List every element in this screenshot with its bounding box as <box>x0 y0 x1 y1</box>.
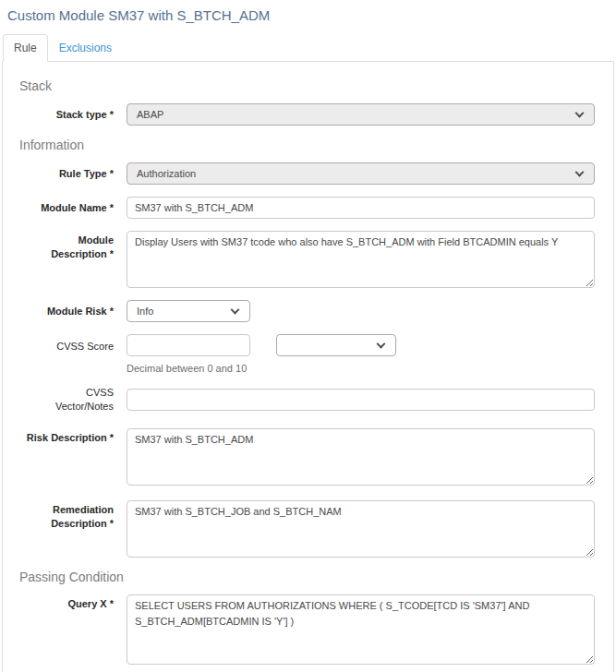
chevron-down-icon <box>575 109 585 118</box>
module-name-input[interactable] <box>127 197 595 219</box>
chevron-down-icon <box>377 340 386 349</box>
module-risk-selected-value: Info <box>137 306 153 317</box>
rule-type-row: Rule Type * Authorization <box>19 162 595 185</box>
risk-description-row: Risk Description * SM37 with S_BTCH_ADM <box>19 428 595 486</box>
cvss-score-row: CVSS Score Decimal between 0 and 10 <box>19 334 595 374</box>
section-heading-passing-condition: Passing Condition <box>19 570 595 584</box>
module-name-label: Module Name * <box>19 201 114 215</box>
module-risk-row: Module Risk * Info <box>19 300 595 322</box>
risk-description-textarea[interactable]: SM37 with S_BTCH_ADM <box>127 428 595 486</box>
tab-bar: Rule Exclusions <box>3 34 614 61</box>
cvss-score-controls: Decimal between 0 and 10 <box>127 334 595 374</box>
stack-type-select[interactable]: ABAP <box>127 103 595 126</box>
module-description-label: Module Description * <box>19 231 114 261</box>
rule-type-select[interactable]: Authorization <box>127 162 595 185</box>
stack-type-label: Stack type * <box>19 108 114 122</box>
stack-type-row: Stack type * ABAP <box>19 103 595 126</box>
module-description-row: Module Description * Display Users with … <box>19 231 595 288</box>
rule-tab-panel: Stack Stack type * ABAP Information Rule… <box>2 61 614 672</box>
remediation-description-textarea[interactable]: SM37 with S_BTCH_JOB and S_BTCH_NAM <box>127 500 595 558</box>
cvss-severity-select[interactable] <box>276 334 396 356</box>
remediation-description-row: Remediation Description * SM37 with S_BT… <box>19 500 595 558</box>
chevron-down-icon <box>575 168 585 177</box>
chevron-down-icon <box>231 306 240 315</box>
section-heading-information: Information <box>19 138 595 152</box>
remediation-description-label: Remediation Description * <box>19 500 114 531</box>
stack-type-selected-value: ABAP <box>137 109 163 120</box>
cvss-vector-label: CVSS Vector/Notes <box>19 386 114 414</box>
cvss-score-input[interactable] <box>127 334 250 356</box>
tab-rule[interactable]: Rule <box>3 34 48 62</box>
module-name-row: Module Name * <box>19 197 595 219</box>
module-risk-select[interactable]: Info <box>127 300 250 322</box>
section-heading-stack: Stack <box>19 78 595 93</box>
page: Custom Module SM37 with S_BTCH_ADM Rule … <box>0 0 616 672</box>
cvss-score-helper: Decimal between 0 and 10 <box>127 363 595 374</box>
cvss-vector-input[interactable] <box>127 389 595 411</box>
module-risk-label: Module Risk * <box>19 305 114 318</box>
query-x-row: Query X * SELECT USERS FROM AUTHORIZATIO… <box>19 594 595 665</box>
risk-description-label: Risk Description * <box>19 428 114 445</box>
cvss-score-label: CVSS Score <box>19 334 114 354</box>
rule-type-selected-value: Authorization <box>137 168 196 179</box>
cvss-vector-row: CVSS Vector/Notes <box>19 386 595 414</box>
tab-exclusions[interactable]: Exclusions <box>48 34 123 61</box>
rule-type-label: Rule Type * <box>19 167 114 181</box>
module-description-textarea[interactable]: Display Users with SM37 tcode who also h… <box>127 231 595 288</box>
page-title: Custom Module SM37 with S_BTCH_ADM <box>7 7 614 23</box>
query-x-textarea[interactable]: SELECT USERS FROM AUTHORIZATIONS WHERE (… <box>127 594 595 665</box>
query-x-label: Query X * <box>19 594 114 611</box>
